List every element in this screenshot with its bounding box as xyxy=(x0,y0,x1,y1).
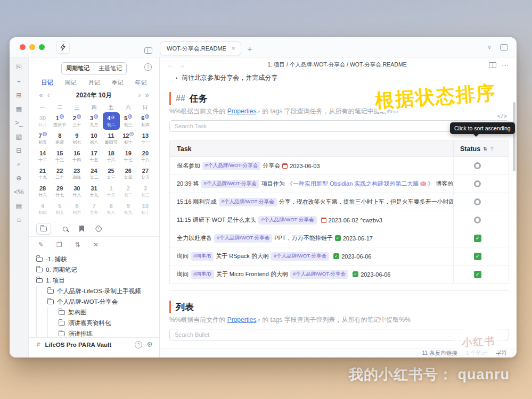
more-options-icon[interactable]: ⋯ xyxy=(502,61,509,69)
calendar-day[interactable]: 6休初四 xyxy=(137,112,154,130)
internal-link[interactable]: 《一种实用新型 Obsidian 实践之构建我的第二大脑 》 xyxy=(287,180,434,188)
status-cell[interactable] xyxy=(453,175,509,193)
calendar-icon[interactable]: ▦ xyxy=(13,104,25,113)
task-row[interactable]: 11:15 调研下 WOT 是什么来头 #个人品牌/WOT-分享会 2023-0… xyxy=(170,211,509,229)
chevron-down-icon[interactable]: ∨ xyxy=(487,44,492,51)
collapse-all-icon[interactable]: ✕ xyxy=(93,242,99,248)
tag-pill[interactable]: #个人品牌/WOT-分享会 xyxy=(202,162,260,170)
right-sidebar-toggle-icon[interactable] xyxy=(500,44,508,51)
tab-close-icon[interactable]: × xyxy=(232,45,235,52)
folder-icon[interactable] xyxy=(40,227,47,231)
period-tab[interactable]: 季记 xyxy=(112,79,124,87)
calendar-tab-inactive[interactable]: 主题笔记 xyxy=(94,62,127,74)
bookmark-icon[interactable] xyxy=(79,226,84,232)
status-cell[interactable]: ✓ xyxy=(453,229,509,247)
quick-action-button[interactable] xyxy=(56,41,70,54)
new-tab-button[interactable]: + xyxy=(248,44,252,53)
task-column-header[interactable]: Task xyxy=(170,145,453,153)
homepage-icon[interactable]: ⌂ xyxy=(13,215,25,224)
calendar-day[interactable]: 17十五 xyxy=(85,147,102,165)
tree-item[interactable]: -1. 捕获 xyxy=(36,254,159,264)
calendar-day[interactable]: 31廿九 xyxy=(85,182,102,200)
tab-active[interactable]: WOT-分享会.README × xyxy=(160,41,241,55)
calendar-day[interactable]: 14十二 xyxy=(34,147,51,165)
tree-item[interactable]: 个人品牌-LifeOS-录制上手视频 xyxy=(36,286,159,296)
calendar-day[interactable]: 30廿八 xyxy=(68,182,85,200)
tree-item[interactable]: 0. 周期笔记 xyxy=(36,264,159,275)
calendar-day[interactable]: 25廿三 xyxy=(103,165,120,182)
properties-link[interactable]: Properties xyxy=(227,107,257,115)
task-row[interactable]: 15:16 顺利完成 #个人品牌/WOT-分享会 分享，现在改签火车票，提前三小… xyxy=(170,193,509,211)
calendar-day[interactable]: 9初七 xyxy=(68,130,85,147)
panel-tab-folder[interactable] xyxy=(36,223,51,235)
calendar-day[interactable]: 5初五 xyxy=(51,200,68,218)
calendar-day[interactable]: 10初十 xyxy=(137,200,154,218)
calendar-day[interactable]: 7休初五 xyxy=(34,130,51,147)
period-tab[interactable]: 日记 xyxy=(42,79,53,87)
excalidraw-icon[interactable]: ▧ xyxy=(13,132,25,141)
minimize-window-button[interactable] xyxy=(29,44,35,50)
calendar-day[interactable]: 12班初十 xyxy=(120,130,137,147)
calendar-day[interactable]: 28廿六 xyxy=(34,182,51,200)
calendar-day[interactable]: 9初九 xyxy=(120,200,137,218)
calendar-day[interactable]: 4初四 xyxy=(34,200,51,218)
calendar-day[interactable]: 13十一 xyxy=(137,130,154,147)
calendar-day[interactable]: 10初八 xyxy=(85,130,102,147)
calendar-day[interactable]: 8初八 xyxy=(103,200,120,218)
calendar-day[interactable]: 30廿八 xyxy=(34,112,51,130)
calendar-day[interactable]: 18十六 xyxy=(103,147,120,165)
status-column-header[interactable]: Status ⇅ xyxy=(453,141,509,156)
graph-view-icon[interactable]: ⌁ xyxy=(13,77,25,86)
tag-icon[interactable] xyxy=(95,225,102,232)
tree-item[interactable]: 演讲排练 xyxy=(36,328,159,337)
templater-icon[interactable]: <% xyxy=(13,187,25,196)
tree-item[interactable]: 个人品牌-WOT-分享会 xyxy=(36,296,159,307)
tag-pill[interactable]: #同事/D xyxy=(191,270,214,279)
calendar-day[interactable]: 15十三 xyxy=(51,147,68,165)
calendar-tab-active[interactable]: 周期笔记 xyxy=(61,62,94,74)
calendar-day[interactable]: 4休初二 xyxy=(103,112,120,130)
calendar-next-button[interactable]: › xyxy=(136,92,143,99)
calendar-day[interactable]: 2初二 xyxy=(120,182,137,200)
search-icon[interactable] xyxy=(63,227,68,231)
tag-pill[interactable]: #个人品牌/WOT-分享会 xyxy=(258,216,316,225)
tree-item[interactable]: 架构图 xyxy=(36,307,159,318)
calendar-day[interactable]: 19十七 xyxy=(120,147,137,165)
quick-switcher-icon[interactable]: ⎘ xyxy=(13,63,25,72)
sort-order-icon[interactable]: ⇅ xyxy=(75,242,80,248)
tag-pill[interactable]: #个人品牌/WOT-分享会 xyxy=(290,270,348,279)
calendar-prev-button[interactable]: ‹ xyxy=(45,92,52,99)
calendar-day[interactable]: 29廿七 xyxy=(51,182,68,200)
back-arrow-icon[interactable]: ← xyxy=(167,61,174,69)
database-icon[interactable]: ⊟ xyxy=(13,146,25,155)
calendar-day[interactable]: 1休国庆节 xyxy=(51,112,68,130)
calendar-day[interactable]: 22二十 xyxy=(51,165,68,182)
task-row[interactable]: 全力以赴准备 #个人品牌/WOT-分享会 PPT，万万不能掉链子 ✓ 2023-… xyxy=(170,229,509,247)
filter-icon[interactable] xyxy=(490,147,494,151)
calendar-day[interactable]: 24廿二 xyxy=(85,165,102,182)
vault-help-icon[interactable]: ? xyxy=(135,341,142,348)
vertical-scrollbar[interactable] xyxy=(513,102,515,171)
tag-pill[interactable]: #个人品牌/WOT-分享会 xyxy=(201,180,259,188)
new-note-icon[interactable]: ⊕ xyxy=(13,173,25,182)
task-row[interactable]: 询问 #同事/D 关于 Micro Frontend 的大纲 #个人品牌/WOT… xyxy=(170,265,509,284)
task-row[interactable]: 20:39 将 #个人品牌/WOT-分享会 项目作为《一种实用新型 Obsidi… xyxy=(170,175,509,193)
code-view-icon[interactable]: </> xyxy=(497,114,507,120)
status-cell[interactable]: ✓ xyxy=(453,247,509,265)
calendar-day[interactable]: 2休三十 xyxy=(68,112,85,130)
status-cell[interactable]: ✓ xyxy=(453,265,509,283)
status-cell[interactable] xyxy=(453,193,509,211)
properties-link[interactable]: Properties xyxy=(227,316,257,323)
periodic-notes-icon[interactable]: ▤ xyxy=(13,201,25,210)
settings-gear-icon[interactable]: ⚙ xyxy=(146,340,153,348)
tag-pill[interactable]: #同事/B xyxy=(191,252,214,261)
close-window-button[interactable] xyxy=(20,44,26,50)
calendar-day[interactable]: 23霜降 xyxy=(68,165,85,182)
calendar-day[interactable]: 7立冬 xyxy=(85,200,102,218)
calendar-first-button[interactable]: « xyxy=(37,92,45,99)
task-row[interactable]: 报名参加 #个人品牌/WOT-分享会 分享会 2023-06-03 xyxy=(170,157,509,175)
status-cell[interactable] xyxy=(453,211,509,229)
new-note-icon[interactable]: ✎ xyxy=(38,242,44,248)
calendar-day[interactable]: 3初三 xyxy=(137,182,154,200)
period-tab[interactable]: 月记 xyxy=(88,79,100,87)
